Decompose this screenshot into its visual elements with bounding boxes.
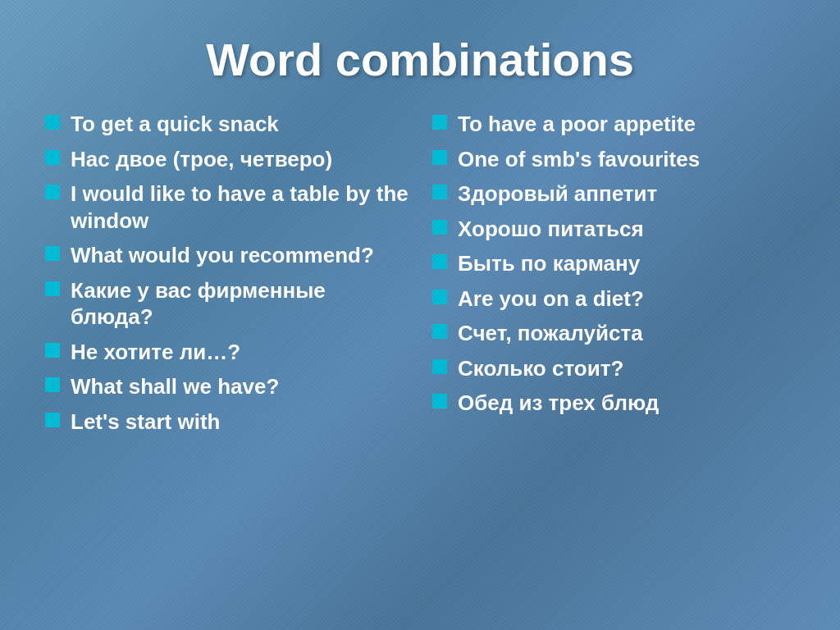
bullet-icon bbox=[41, 281, 64, 297]
bullet-icon bbox=[428, 253, 451, 270]
bullet-icon bbox=[428, 393, 451, 409]
bullet-text: What shall we have? bbox=[71, 373, 412, 400]
list-item: To have a poor appetite bbox=[428, 111, 799, 138]
bullet-text: Are you on a diet? bbox=[458, 285, 799, 313]
bullet-text: Обед из трех блюд bbox=[458, 390, 799, 417]
list-item: Быть по карману bbox=[428, 250, 799, 277]
bullet-icon bbox=[41, 245, 64, 262]
bullet-icon bbox=[428, 149, 451, 166]
bullet-text: One of smb's favourites bbox=[458, 146, 799, 173]
bullet-text: Хорошо питаться bbox=[458, 216, 799, 243]
list-item: Are you on a diet? bbox=[428, 285, 799, 313]
list-item: Здоровый аппетит bbox=[428, 180, 799, 208]
list-item: Нас двое (трое, четверо) bbox=[41, 146, 412, 173]
bullet-text: Здоровый аппетит bbox=[458, 180, 799, 208]
list-item: Сколько стоит? bbox=[428, 355, 799, 382]
bullet-text: Какие у вас фирменные блюда? bbox=[71, 277, 412, 331]
list-item: Обед из трех блюд bbox=[428, 390, 799, 417]
bullet-icon bbox=[41, 184, 64, 200]
right-column: To have a poor appetite One of smb's fav… bbox=[428, 111, 799, 605]
bullet-icon bbox=[41, 412, 64, 428]
left-column: To get a quick snack Нас двое (трое, чет… bbox=[41, 111, 412, 605]
bullet-icon bbox=[428, 184, 451, 200]
bullet-text: Не хотите ли…? bbox=[71, 339, 412, 366]
bullet-text: Сколько стоит? bbox=[458, 355, 799, 382]
bullet-text: To get a quick snack bbox=[71, 111, 412, 138]
bullet-icon bbox=[41, 114, 64, 130]
bullet-icon bbox=[41, 377, 64, 393]
bullet-icon bbox=[428, 358, 451, 375]
list-item: Счет, пожалуйста bbox=[428, 320, 799, 347]
bullet-icon bbox=[428, 323, 451, 340]
bullet-text: Let's start with bbox=[71, 409, 412, 436]
bullet-text: Быть по карману bbox=[458, 250, 799, 277]
list-item: Какие у вас фирменные блюда? bbox=[41, 277, 412, 331]
bullet-text: Нас двое (трое, четверо) bbox=[71, 146, 412, 173]
list-item: To get a quick snack bbox=[41, 111, 412, 138]
content-area: To get a quick snack Нас двое (трое, чет… bbox=[41, 111, 799, 605]
bullet-icon bbox=[428, 114, 451, 130]
list-item: I would like to have a table by the wind… bbox=[41, 180, 412, 234]
list-item: What shall we have? bbox=[41, 373, 412, 400]
list-item: Let's start with bbox=[41, 409, 412, 436]
bullet-icon bbox=[428, 219, 451, 235]
bullet-text: Счет, пожалуйста bbox=[458, 320, 799, 347]
bullet-text: To have a poor appetite bbox=[458, 111, 799, 138]
list-item: What would you recommend? bbox=[41, 242, 412, 269]
bullet-icon bbox=[41, 342, 64, 358]
bullet-icon bbox=[41, 149, 64, 166]
slide-title: Word combinations bbox=[41, 33, 799, 86]
bullet-text: What would you recommend? bbox=[71, 242, 412, 269]
bullet-icon bbox=[428, 289, 451, 305]
title-text: Word combinations bbox=[41, 33, 799, 86]
list-item: Хорошо питаться bbox=[428, 216, 799, 243]
bullet-text: I would like to have a table by the wind… bbox=[71, 180, 412, 234]
slide: Word combinations To get a quick snack Н… bbox=[0, 0, 840, 630]
list-item: One of smb's favourites bbox=[428, 146, 799, 173]
list-item: Не хотите ли…? bbox=[41, 339, 412, 366]
